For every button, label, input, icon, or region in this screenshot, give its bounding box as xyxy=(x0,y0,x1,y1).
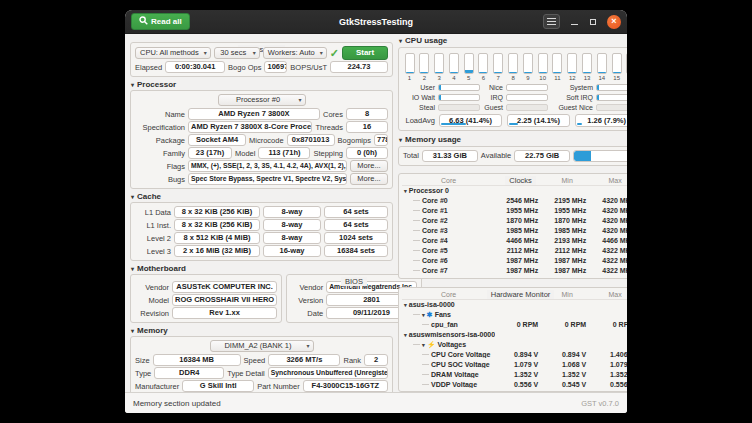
cache-ways-field[interactable]: 8-way xyxy=(263,206,321,218)
bogo-ops-field[interactable]: 106979 xyxy=(264,61,287,73)
hwmon-row[interactable]: ▾asus-isa-0000 xyxy=(402,300,627,310)
cpu-core-levelbar-fill xyxy=(494,72,502,73)
stress-duration-dropdown[interactable]: 30 secs▾ xyxy=(214,47,260,59)
table-value-cell: 1.352 V xyxy=(495,371,543,378)
cpu-stat-label: Guest xyxy=(483,104,503,111)
size-field[interactable]: 16384 MB xyxy=(153,354,241,366)
clocks-row[interactable]: Core #31985 MHz1985 MHz4320 MHz xyxy=(402,226,627,236)
cpu-stat-bar-fill xyxy=(597,85,599,90)
package-field[interactable]: Socket AM4 xyxy=(188,134,246,146)
clocks-row[interactable]: Core #21870 MHz1870 MHz4320 MHz xyxy=(402,216,627,226)
board-model-field[interactable]: ROG CROSSHAIR VII HERO xyxy=(172,294,277,306)
clocks-row[interactable]: Core #71987 MHz1987 MHz4322 MHz xyxy=(402,266,627,276)
cache-size-field[interactable]: 8 x 32 KiB (256 KiB) xyxy=(174,206,260,218)
cpu-core-bar: 3 xyxy=(434,53,445,81)
cpu-core-levelbar xyxy=(523,53,533,74)
processor-expander[interactable]: ▾ Processor xyxy=(131,80,393,89)
read-all-button[interactable]: Read all xyxy=(131,13,190,30)
hwmon-row[interactable]: ▾asuswmisensors-isa-0000 xyxy=(402,330,627,340)
model-field[interactable]: 113 (71h) xyxy=(258,147,310,159)
expander-arrow-icon: ▾ xyxy=(131,265,134,272)
rank-label: Rank xyxy=(343,356,361,365)
titlebar[interactable]: Read all GtkStressTesting × xyxy=(125,10,627,34)
clocks-row[interactable]: Core #11955 MHz1955 MHz4320 MHz xyxy=(402,206,627,216)
tree-name-label: 1.8V PLL Voltage xyxy=(431,391,487,392)
cache-row-label: L1 Data xyxy=(135,208,171,217)
cache-size-field[interactable]: 2 x 16 MiB (32 MiB) xyxy=(174,245,260,257)
minimize-button[interactable] xyxy=(569,16,579,28)
cache-sets-field[interactable]: 64 sets xyxy=(324,219,388,231)
cache-sets-field[interactable]: 1024 sets xyxy=(324,232,388,244)
cores-field[interactable]: 8 xyxy=(346,108,388,120)
type-detail-field[interactable]: Synchronous Unbuffered (Unregistered) xyxy=(268,367,388,379)
hwmon-row[interactable]: 1.8V PLL Voltage1.798 V1.798 V1.798 V xyxy=(402,390,627,392)
bops-ust-field[interactable]: 224.73 xyxy=(330,61,388,73)
loadavg-field[interactable]: 1.26 (7.9%) xyxy=(575,114,627,127)
menu-button[interactable] xyxy=(543,14,560,29)
board-revision-field[interactable]: Rev 1.xx xyxy=(172,307,277,319)
cache-ways-field[interactable]: 16-way xyxy=(263,245,321,257)
clocks-row[interactable]: Core #02546 MHz2195 MHz4320 MHz xyxy=(402,196,627,206)
tree-name-cell: VDDP Voltage xyxy=(402,381,495,388)
hwmon-row[interactable]: VDDP Voltage0.556 V0.545 V0.556 V xyxy=(402,380,627,390)
type-field[interactable]: DDR4 xyxy=(154,367,224,379)
available-field[interactable]: 22.75 GiB xyxy=(514,150,570,162)
dimm-selector-dropdown[interactable]: DIMM_A2 (BANK 1)▾ xyxy=(210,340,314,352)
speed-field[interactable]: 3266 MT/s xyxy=(268,354,340,366)
processor-selector-dropdown[interactable]: Processor #0▾ xyxy=(218,94,306,106)
elapsed-field[interactable]: 0:00:30.041 xyxy=(165,61,225,73)
memory-expander[interactable]: ▾ Memory xyxy=(131,326,393,335)
clocks-row[interactable]: Core #61987 MHz1987 MHz4322 MHz xyxy=(402,256,627,266)
rank-field[interactable]: 2 xyxy=(364,354,388,366)
memory-usage-frame: Total 31.33 GiB Available 22.75 GiB xyxy=(398,146,627,166)
tree-line xyxy=(413,314,420,315)
cache-ways-field[interactable]: 8-way xyxy=(263,232,321,244)
flags-more-button[interactable]: More... xyxy=(350,160,388,172)
manufacturer-field[interactable]: G Skill Intl xyxy=(182,380,254,392)
tree-name-cell: Core #5 xyxy=(402,247,495,254)
microcode-field[interactable]: 0x8701013 xyxy=(287,134,335,146)
clocks-row[interactable]: Core #44466 MHz2193 MHz4466 MHz xyxy=(402,236,627,246)
motherboard-expander[interactable]: ▾ Motherboard xyxy=(131,264,393,273)
loadavg-field[interactable]: 6.63 (41.4%) xyxy=(439,114,502,127)
clocks-row[interactable]: Core #52112 MHz2112 MHz4322 MHz xyxy=(402,246,627,256)
stress-method-dropdown[interactable]: CPU: All methods▾ xyxy=(135,47,211,59)
clocks-group-row[interactable]: ▾Processor 0 xyxy=(402,186,627,196)
close-button[interactable]: × xyxy=(607,15,621,29)
cache-sets-field[interactable]: 16384 sets xyxy=(324,245,388,257)
family-field[interactable]: 23 (17h) xyxy=(188,147,232,159)
hwmon-row[interactable]: DRAM Voltage1.352 V1.352 V1.352 V xyxy=(402,370,627,380)
hwmon-row[interactable]: CPU SOC Voltage1.079 V1.068 V1.079 V xyxy=(402,360,627,370)
flags-field[interactable]: MMX, (+), SSE(1, 2, 3, 3S, 4.1, 4.2, 4A)… xyxy=(188,160,347,172)
cache-size-field[interactable]: 8 x 512 KiB (4 MiB) xyxy=(174,232,260,244)
stepping-field[interactable]: 0 (0h) xyxy=(346,147,388,159)
hwmon-row[interactable]: ▾⚡Voltages xyxy=(402,340,627,350)
threads-field[interactable]: 16 xyxy=(346,121,388,133)
bugs-field[interactable]: Spec Store Bypass, Spectre V1, Spectre V… xyxy=(188,173,347,185)
bogomips-field[interactable]: 7784.84 xyxy=(374,134,388,146)
loadavg-field[interactable]: 2.25 (14.1%) xyxy=(507,114,570,127)
hwmon-row[interactable]: CPU Core Voltage0.894 V0.894 V1.406 V xyxy=(402,350,627,360)
cache-row: Level 32 x 16 MiB (32 MiB)16-way16384 se… xyxy=(135,245,388,257)
cache-sets-field[interactable]: 64 sets xyxy=(324,206,388,218)
cache-ways-field[interactable]: 8-way xyxy=(263,219,321,231)
maximize-button[interactable] xyxy=(588,16,598,28)
clocks-table: CoreCurrentMinMax▾Processor 0Core #02546… xyxy=(402,176,627,276)
cache-size-field[interactable]: 8 x 32 KiB (256 KiB) xyxy=(174,219,260,231)
hwmon-row[interactable]: cpu_fan0 RPM0 RPM0 RPM xyxy=(402,320,627,330)
cache-expander[interactable]: ▾ Cache xyxy=(131,192,393,201)
total-field[interactable]: 31.33 GiB xyxy=(422,150,478,162)
table-value-cell: 2546 MHz xyxy=(495,197,543,204)
hwmon-row[interactable]: ▾✱Fans xyxy=(402,310,627,320)
column-header: Core xyxy=(402,177,495,184)
board-vendor-field[interactable]: ASUSTeK COMPUTER INC. xyxy=(172,281,277,293)
cpu-core-levelbar-fill xyxy=(613,72,621,73)
start-button[interactable]: Start xyxy=(342,46,388,60)
part-number-field[interactable]: F4-3000C15-16GTZ xyxy=(303,380,388,392)
cpu-name-field[interactable]: AMD Ryzen 7 3800X xyxy=(188,108,320,120)
stress-workers-dropdown[interactable]: Workers: Auto▾ xyxy=(263,47,327,59)
memory-usage-expander[interactable]: ▾ Memory usage xyxy=(399,135,627,145)
specification-field[interactable]: AMD Ryzen 7 3800X 8-Core Processor xyxy=(188,121,312,133)
bugs-more-button[interactable]: More... xyxy=(350,173,388,185)
cpu-usage-expander[interactable]: ▾ CPU usage xyxy=(399,36,627,46)
